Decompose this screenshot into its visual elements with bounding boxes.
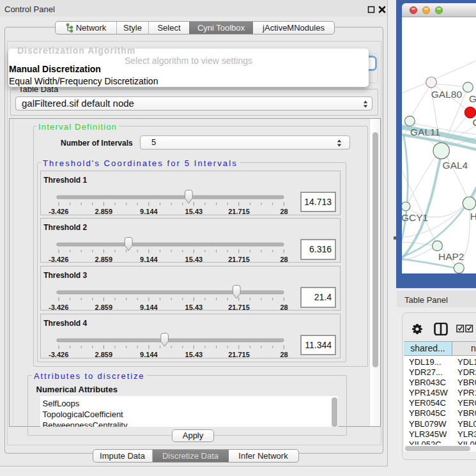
svg-text:GAL11: GAL11 <box>410 127 440 137</box>
svg-text:GAL7: GAL7 <box>469 93 476 104</box>
svg-text:GCY1: GCY1 <box>402 212 428 223</box>
svg-text:HIS4: HIS4 <box>470 211 476 222</box>
svg-text:GAL80: GAL80 <box>431 89 463 100</box>
svg-text:GAL4: GAL4 <box>443 160 468 171</box>
svg-text:CYC8: CYC8 <box>473 117 476 128</box>
svg-text:HAP2: HAP2 <box>438 251 464 262</box>
